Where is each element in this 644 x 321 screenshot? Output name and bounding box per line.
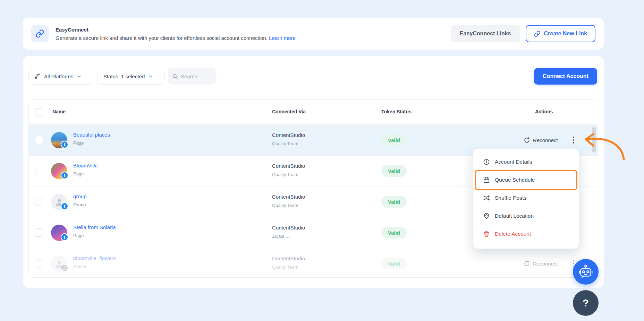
menu-item-label: Shuffle Posts [495, 195, 526, 201]
column-header-token-status: Token Status [381, 109, 412, 114]
column-header-connected-via: Connected Via [272, 109, 306, 114]
status-filter-dropdown[interactable]: Status: 1 selected [98, 68, 164, 85]
platforms-filter-label: All Platforms [44, 73, 73, 79]
connected-via-value: ContentStudio [272, 194, 305, 200]
table-header-row: Name Connected Via Token Status Actions [29, 100, 598, 125]
banner-title: EasyConnect [56, 27, 451, 33]
select-all-checkbox[interactable] [35, 108, 43, 116]
robot-icon [578, 264, 594, 280]
token-status-badge: Valid [381, 258, 407, 269]
threads-badge-icon: @ [61, 264, 68, 272]
account-name-link[interactable]: Stella from Solaria [73, 224, 116, 230]
connected-via-value: ContentStudio [272, 132, 305, 138]
info-icon [483, 158, 490, 165]
row-checkbox[interactable] [35, 167, 43, 175]
table-scrollbar[interactable] [592, 127, 596, 153]
connected-via-value: ContentStudio [272, 255, 305, 261]
reconnect-button[interactable]: Reconnect [524, 134, 558, 146]
calendar-icon [483, 176, 490, 183]
account-name-link[interactable]: Beautiful places [73, 132, 110, 138]
account-type-label: Page [73, 171, 98, 176]
token-status-badge: Valid [381, 165, 407, 177]
account-type-label: Profile [73, 264, 116, 269]
facebook-badge-icon: f [61, 233, 68, 241]
create-new-link-label: Create New Link [544, 31, 587, 37]
connected-via-value: ContentStudio [272, 225, 305, 231]
menu-item-default-location[interactable]: Default Location [473, 207, 579, 225]
menu-item-delete-account[interactable]: Delete Account [473, 225, 579, 243]
row-checkbox[interactable] [35, 228, 43, 237]
menu-item-account-details[interactable]: Account Details [473, 153, 579, 171]
link-icon [534, 31, 541, 37]
refresh-icon [524, 260, 530, 267]
facebook-badge-icon: f [61, 202, 68, 210]
connected-by-value: Quality Team [272, 264, 305, 270]
connected-by-value: Quality Team [272, 141, 305, 146]
account-type-label: Group [73, 202, 86, 207]
location-pin-icon [483, 212, 490, 219]
banner-description-text: Generate a secure link and share it with… [56, 35, 268, 41]
connected-by-value: Quality Team [272, 172, 305, 177]
account-name-link[interactable]: BloomVille [73, 163, 98, 168]
link-icon [31, 25, 49, 42]
account-name-link[interactable]: bloomville_flowers [73, 255, 116, 261]
menu-item-label: Delete Account [495, 231, 531, 237]
account-type-label: Page [73, 140, 110, 146]
token-status-badge: Valid [381, 134, 407, 146]
facebook-badge-icon: f [61, 141, 68, 148]
reconnect-button[interactable]: Reconnect [524, 257, 558, 270]
search-box [168, 68, 216, 85]
learn-more-link[interactable]: Learn more [269, 35, 296, 41]
platforms-icon [34, 73, 41, 79]
search-icon [172, 73, 178, 79]
connected-by-value: Zujaja .... [272, 234, 305, 239]
row-checkbox[interactable] [35, 259, 43, 268]
menu-item-queue-schedule[interactable]: Queue Schedule [473, 171, 579, 189]
menu-item-label: Default Location [495, 213, 534, 219]
menu-item-label: Queue Schedule [495, 177, 535, 183]
shuffle-icon [483, 194, 490, 201]
menu-item-shuffle-posts[interactable]: Shuffle Posts [473, 189, 579, 207]
facebook-badge-icon: f [61, 172, 68, 179]
search-input[interactable] [181, 73, 209, 79]
reconnect-label: Reconnect [533, 261, 558, 267]
reconnect-label: Reconnect [533, 137, 558, 143]
easyconnect-links-button[interactable]: EasyConnect Links [451, 25, 520, 42]
token-status-badge: Valid [381, 227, 407, 238]
create-new-link-button[interactable]: Create New Link [526, 25, 595, 42]
easyconnect-banner: EasyConnect Generate a secure link and s… [23, 18, 604, 50]
row-actions-menu: Account Details Queue Schedule Shuffle P… [473, 148, 579, 249]
table-row: @ bloomville_flowers Profile ContentStud… [29, 248, 598, 278]
column-header-actions: Actions [535, 109, 553, 114]
chevron-down-icon [148, 74, 153, 79]
chatbot-button[interactable] [573, 259, 599, 285]
account-name-link[interactable]: group [73, 193, 86, 199]
refresh-icon [524, 137, 530, 144]
token-status-badge: Valid [381, 196, 407, 208]
trash-icon [483, 231, 490, 237]
connected-via-value: ContentStudio [272, 163, 305, 169]
status-filter-label: Status: 1 selected [103, 73, 145, 79]
row-checkbox[interactable] [35, 198, 43, 206]
row-checkbox[interactable] [35, 136, 43, 144]
row-actions-menu-button[interactable] [567, 133, 580, 147]
platforms-filter-dropdown[interactable]: All Platforms [28, 68, 93, 85]
chevron-down-icon [77, 74, 82, 79]
connected-by-value: Quality Team [272, 203, 305, 208]
help-button[interactable]: ? [573, 290, 599, 316]
account-type-label: Page [73, 233, 116, 238]
banner-description: Generate a secure link and share it with… [56, 35, 451, 41]
menu-item-label: Account Details [495, 159, 532, 165]
connect-account-button[interactable]: Connect Account [534, 68, 597, 85]
column-header-name: Name [52, 109, 66, 114]
